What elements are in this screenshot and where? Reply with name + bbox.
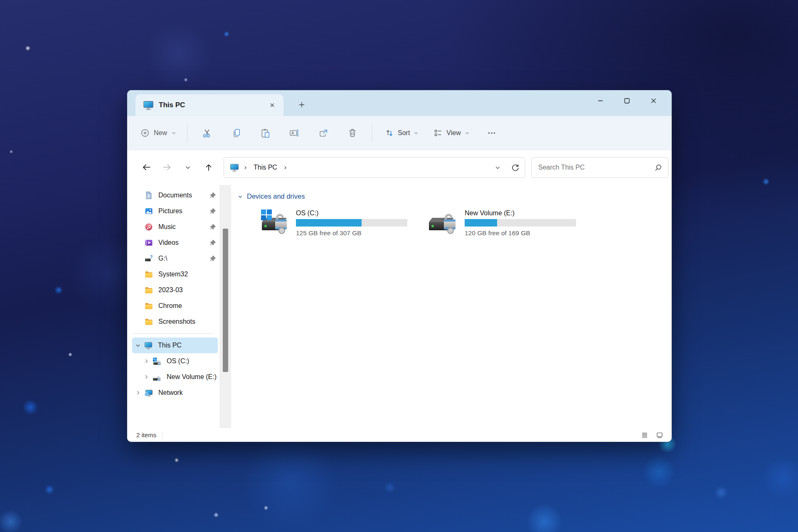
section-devices-and-drives[interactable]: Devices and drives (234, 192, 672, 200)
sidebar-item-label: Network (158, 389, 183, 397)
chevron-right-icon[interactable] (143, 358, 150, 365)
documents-icon (145, 191, 153, 200)
sidebar-item-system32[interactable]: System32 (132, 266, 218, 282)
sort-button-label: Sort (398, 129, 410, 137)
this-pc-icon (143, 100, 154, 111)
drive-name: New Volume (E:) (465, 209, 576, 217)
details-view-icon (641, 431, 648, 439)
rename-icon (289, 128, 299, 138)
drive-bitlocker-windows-icon (258, 209, 291, 235)
address-bar[interactable]: This PC (224, 157, 525, 178)
search-input[interactable] (538, 164, 654, 171)
large-thumbnails-view-icon (656, 431, 663, 439)
sidebar-item-screenshots[interactable]: Screenshots (132, 314, 218, 330)
address-row: This PC (127, 150, 672, 185)
pin-icon[interactable] (209, 239, 216, 246)
view-button[interactable]: View (428, 122, 475, 144)
maximize-button[interactable] (613, 92, 640, 109)
recent-locations-button[interactable] (180, 159, 196, 176)
delete-icon (347, 128, 357, 138)
toolbar-divider (187, 123, 187, 143)
chevron-right-icon[interactable] (143, 374, 150, 380)
file-explorer-window: This PC (127, 90, 672, 442)
minimize-button[interactable] (587, 92, 613, 109)
pin-icon[interactable] (209, 224, 216, 230)
scrollbar-thumb[interactable] (223, 229, 228, 372)
cut-button[interactable] (195, 122, 219, 144)
back-icon (142, 163, 151, 172)
sidebar-item-os-c[interactable]: OS (C:) (132, 353, 218, 369)
title-bar: This PC (127, 90, 672, 116)
delete-button[interactable] (340, 122, 365, 144)
section-title: Devices and drives (247, 192, 305, 200)
sidebar-item-this-pc[interactable]: This PC (132, 337, 218, 353)
sidebar-item-videos[interactable]: Videos (132, 235, 218, 251)
sidebar-item-music[interactable]: Music (132, 219, 218, 235)
back-button[interactable] (138, 159, 155, 176)
window-controls (587, 92, 667, 109)
new-button[interactable]: New (135, 122, 182, 144)
sidebar-item-documents[interactable]: Documents (132, 187, 218, 203)
address-dropdown-icon[interactable] (495, 165, 501, 171)
desktop-wallpaper: This PC (0, 0, 798, 532)
details-view-button[interactable] (638, 430, 651, 440)
tab-close-icon[interactable] (266, 99, 278, 111)
chevron-down-icon[interactable] (135, 342, 141, 349)
drive-free-space: 120 GB free of 169 GB (465, 229, 576, 237)
rename-button[interactable] (282, 122, 306, 144)
see-more-icon (487, 128, 496, 138)
up-icon (204, 163, 213, 172)
sidebar-item-network[interactable]: Network (132, 385, 218, 401)
sidebar-divider (133, 333, 214, 334)
see-more-button[interactable] (480, 122, 504, 144)
tab-this-pc[interactable]: This PC (135, 94, 283, 116)
copy-icon (231, 128, 241, 138)
pin-icon[interactable] (209, 208, 216, 214)
sidebar-item-label: New Volume (E:) (167, 373, 217, 381)
share-icon (318, 128, 328, 138)
drive-unknown-icon: ? (145, 254, 153, 263)
large-thumbnails-view-button[interactable] (653, 430, 666, 440)
close-button[interactable] (640, 92, 667, 109)
sort-button[interactable]: Sort (379, 122, 424, 144)
search-icon (654, 164, 662, 172)
sidebar-item-2023-03[interactable]: 2023-03 (132, 282, 218, 298)
svg-text:?: ? (150, 255, 153, 259)
chevron-down-icon (171, 131, 176, 135)
chevron-right-icon[interactable] (135, 389, 141, 396)
sidebar-item-label: System32 (158, 271, 188, 278)
pin-icon[interactable] (209, 192, 216, 199)
folder-icon (145, 286, 153, 294)
sidebar-item-label: 2023-03 (158, 286, 183, 294)
items-count: 2 items (136, 431, 156, 438)
drive-tile-new-volume-e[interactable]: New Volume (E:) 120 GB free of 169 GB (426, 209, 576, 237)
sidebar-item-new-volume-e[interactable]: New Volume (E:) (132, 369, 218, 385)
command-toolbar: New (127, 116, 672, 150)
new-tab-button[interactable] (294, 97, 309, 112)
sidebar-item-chrome[interactable]: Chrome (132, 298, 218, 314)
refresh-icon[interactable] (511, 163, 519, 172)
paste-icon (260, 128, 270, 138)
sidebar-item-label: Videos (158, 239, 179, 246)
folder-icon (145, 318, 153, 326)
drives-grid: OS (C:) 125 GB free of 307 GB (234, 209, 672, 237)
sidebar-scrollbar[interactable] (219, 185, 231, 428)
recent-locations-icon (185, 164, 191, 171)
forward-icon (163, 163, 172, 172)
copy-button[interactable] (224, 122, 248, 144)
breadcrumb-this-pc[interactable]: This PC (252, 163, 279, 172)
breadcrumb-chevron-icon[interactable] (243, 165, 248, 170)
sidebar-item-pictures[interactable]: Pictures (132, 203, 218, 219)
breadcrumb-chevron-icon[interactable] (283, 165, 288, 170)
paste-button[interactable] (253, 122, 277, 144)
up-button[interactable] (200, 159, 217, 176)
drive-lock-icon (153, 373, 161, 382)
drive-tile-os-c[interactable]: OS (C:) 125 GB free of 307 GB (258, 209, 407, 237)
new-button-label: New (154, 129, 167, 137)
sidebar-item-g-drive[interactable]: ? G:\ (132, 251, 218, 266)
share-button[interactable] (311, 122, 335, 144)
pin-icon[interactable] (209, 255, 216, 262)
drive-usage-fill (296, 219, 362, 227)
forward-button[interactable] (159, 159, 175, 176)
sort-icon (385, 128, 394, 138)
